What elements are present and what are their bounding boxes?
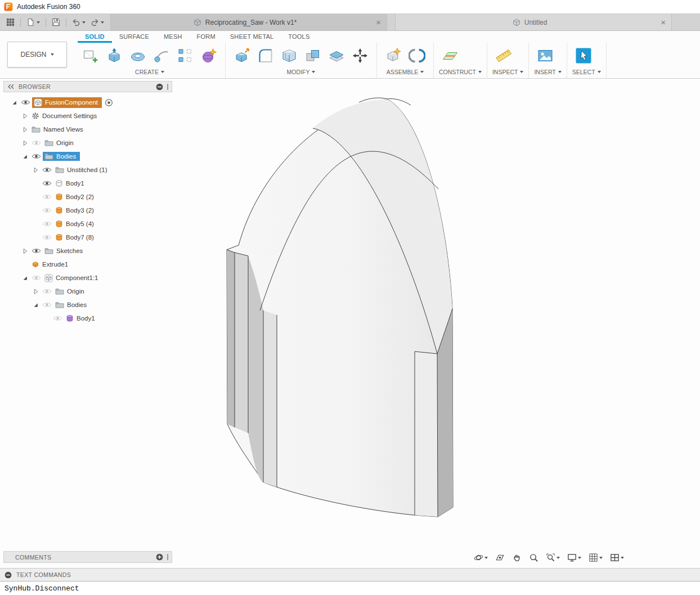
nav-zoom-button[interactable] [528, 552, 540, 564]
tool-shell-button[interactable] [278, 44, 300, 67]
tool-press-pull-button[interactable] [231, 44, 253, 67]
tool-insert-image-button[interactable] [534, 44, 557, 67]
expand-arrow-icon[interactable] [20, 140, 30, 146]
tree-item-unstitched-1[interactable]: Unstitched (1) [3, 163, 172, 177]
visibility-eye-icon[interactable] [41, 166, 53, 173]
tree-item-origin[interactable]: Origin [3, 136, 172, 150]
document-tab-untitled[interactable]: Untitled× [395, 14, 672, 30]
close-icon[interactable]: × [659, 18, 667, 26]
visibility-eye-off-icon[interactable] [41, 220, 53, 227]
expand-arrow-icon[interactable] [30, 289, 41, 295]
tree-item-body7-8[interactable]: Body7 (8) [3, 231, 172, 244]
ribbon-tab-form[interactable]: FORM [190, 32, 223, 43]
tool-create-sketch-button[interactable] [79, 44, 102, 67]
nav-display-settings-button[interactable] [566, 552, 582, 564]
tree-item-named-views[interactable]: Named Views [3, 123, 172, 136]
visibility-eye-off-icon[interactable] [51, 315, 64, 322]
tool-combine-button[interactable] [302, 44, 324, 67]
visibility-eye-icon[interactable] [19, 99, 32, 106]
document-tab-reciprocating-saw-work-v1[interactable]: Reciprocating_Saw - Work v1*× [110, 14, 387, 30]
visibility-eye-off-icon[interactable] [41, 288, 53, 295]
ribbon-group-dropdown[interactable]: INSERT [534, 68, 561, 77]
nav-viewports-button[interactable] [609, 552, 625, 564]
expand-arrow-icon[interactable] [20, 127, 30, 133]
tree-item-body1[interactable]: Body1 [3, 177, 172, 190]
nav-look-at-button[interactable] [494, 552, 506, 564]
canvas-viewport[interactable]: BROWSER FusionComponentDocument Settings… [0, 79, 700, 568]
nav-orbit-button[interactable] [473, 552, 489, 564]
panel-minimize-icon[interactable] [5, 571, 12, 579]
nav-fit-button[interactable] [545, 552, 561, 564]
tree-item-document-settings[interactable]: Document Settings [3, 109, 172, 123]
expand-arrow-icon[interactable] [20, 248, 30, 254]
ribbon-group-dropdown[interactable]: CONSTRUCT [439, 68, 482, 77]
tool-new-component-button[interactable] [382, 44, 405, 67]
comments-bar[interactable]: COMMENTS [3, 551, 172, 563]
panel-drag-handle[interactable] [167, 84, 168, 90]
ribbon-tab-mesh[interactable]: MESH [156, 32, 190, 43]
visibility-eye-off-icon[interactable] [41, 207, 53, 214]
panel-minimize-icon[interactable] [156, 83, 163, 91]
collapse-arrow-icon[interactable] [20, 275, 30, 281]
visibility-eye-off-icon[interactable] [41, 301, 53, 308]
tree-item-bodies[interactable]: Bodies [3, 150, 172, 163]
tree-item-body1[interactable]: Body1 [3, 312, 172, 325]
visibility-eye-icon[interactable] [30, 153, 43, 160]
ribbon-group-dropdown[interactable]: MODIFY [231, 68, 371, 77]
ribbon-tab-solid[interactable]: SOLID [78, 32, 112, 43]
close-icon[interactable]: × [375, 18, 382, 26]
ribbon-tab-tools[interactable]: TOOLS [281, 32, 317, 43]
tool-extrude-button[interactable] [103, 44, 125, 67]
collapse-panel-icon[interactable] [7, 84, 15, 89]
visibility-eye-off-icon[interactable] [41, 234, 53, 241]
tool-construct-plane-button[interactable] [439, 44, 461, 67]
tree-item-fusioncomponent[interactable]: FusionComponent [3, 96, 172, 109]
command-input[interactable]: SynHub.Disconnect [0, 581, 700, 595]
collapse-arrow-icon[interactable] [9, 100, 19, 106]
tree-item-body5-4[interactable]: Body5 (4) [3, 217, 172, 231]
tool-sweep-button[interactable] [150, 44, 173, 67]
tree-item-sketches[interactable]: Sketches [3, 244, 172, 258]
expand-arrow-icon[interactable] [30, 167, 41, 173]
tree-item-origin[interactable]: Origin [3, 285, 172, 298]
visibility-eye-off-icon[interactable] [30, 274, 43, 281]
tool-revolve-button[interactable] [127, 44, 149, 67]
visibility-eye-icon[interactable] [30, 247, 43, 254]
tool-pattern-button[interactable] [174, 44, 196, 67]
nav-pan-button[interactable] [511, 552, 523, 564]
tree-item-extrude1[interactable]: Extrude1 [3, 258, 172, 271]
ribbon-group-dropdown[interactable]: ASSEMBLE [382, 68, 428, 77]
tool-fillet-button[interactable] [254, 44, 277, 67]
tree-item-component1-1[interactable]: Component1:1 [3, 271, 172, 285]
tree-item-body3-2[interactable]: Body3 (2) [3, 204, 172, 217]
collapse-arrow-icon[interactable] [30, 302, 41, 308]
qat-file-button[interactable] [25, 17, 41, 28]
tool-measure-button[interactable] [492, 44, 515, 67]
qat-app-grid-button[interactable] [5, 17, 16, 28]
visibility-eye-off-icon[interactable] [41, 193, 53, 200]
visibility-eye-icon[interactable] [41, 180, 53, 187]
tool-move-copy-button[interactable] [349, 44, 371, 67]
collapse-arrow-icon[interactable] [20, 154, 30, 160]
panel-expand-icon[interactable] [156, 553, 163, 561]
ribbon-group-dropdown[interactable]: CREATE [79, 68, 220, 77]
ribbon-tab-surface[interactable]: SURFACE [112, 32, 156, 43]
ribbon-tab-sheet-metal[interactable]: SHEET METAL [223, 32, 281, 43]
activate-component-radio-icon[interactable] [105, 98, 113, 107]
tool-offset-face-button[interactable] [325, 44, 348, 67]
panel-drag-handle[interactable] [167, 554, 168, 560]
tree-item-body2-2[interactable]: Body2 (2) [3, 190, 172, 204]
workspace-switcher-button[interactable]: DESIGN [7, 42, 67, 67]
ribbon-group-dropdown[interactable]: INSPECT [492, 68, 524, 77]
tree-item-bodies[interactable]: Bodies [3, 298, 172, 312]
qat-undo-button[interactable] [71, 17, 87, 28]
tool-coil-button[interactable] [198, 44, 220, 67]
ribbon-group-dropdown[interactable]: SELECT [572, 68, 601, 77]
tool-joint-button[interactable] [406, 44, 428, 67]
nav-grid-display-button[interactable] [587, 552, 604, 564]
tool-select-button[interactable] [572, 44, 595, 67]
qat-save-button[interactable] [51, 17, 61, 28]
visibility-eye-off-icon[interactable] [30, 139, 43, 146]
qat-redo-button[interactable] [89, 17, 105, 28]
expand-arrow-icon[interactable] [20, 113, 30, 119]
